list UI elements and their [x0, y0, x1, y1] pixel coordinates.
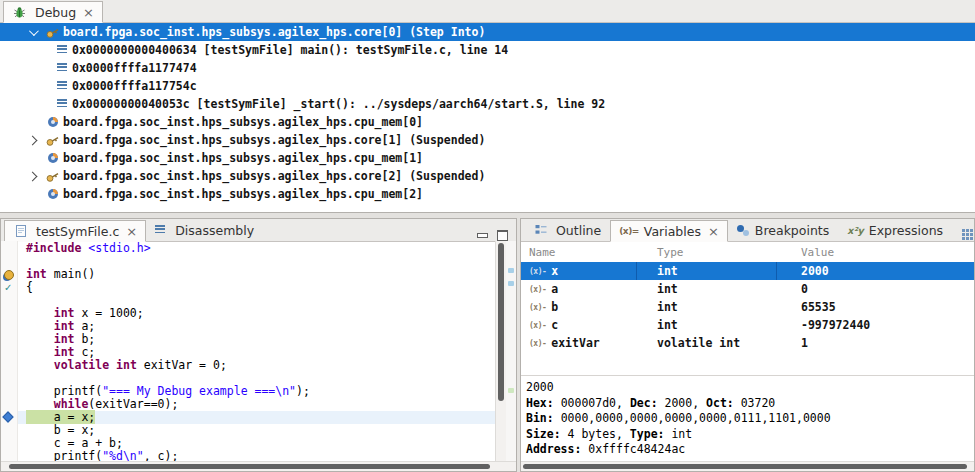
- source-code-area[interactable]: #include <stdio.h>int main(){ int x = 10…: [18, 241, 495, 461]
- code-line[interactable]: volatile int exitVar = 0;: [18, 359, 495, 372]
- tab-expressions[interactable]: x²y Expressions: [838, 219, 952, 241]
- breakpoint-icon[interactable]: [4, 270, 14, 280]
- debug-tree-item[interactable]: 0x0000ffffa1177474: [0, 59, 975, 77]
- column-header-type[interactable]: Type: [637, 246, 777, 259]
- variable-value[interactable]: 2000: [777, 262, 974, 280]
- debug-tree-item[interactable]: 0x0000000000400634 [testSymFile] main():…: [0, 41, 975, 59]
- maximize-icon[interactable]: [497, 230, 508, 241]
- editor-window-buttons: [477, 230, 516, 241]
- variable-value[interactable]: -997972440: [777, 316, 974, 334]
- variable-row[interactable]: (x)-aint0: [521, 280, 974, 298]
- close-icon[interactable]: ×: [708, 225, 719, 238]
- detail-line: Size: 4 bytes, Type: int: [526, 427, 974, 443]
- debug-tree-item-label: 0x0000ffffa1177474: [72, 61, 197, 75]
- chevron-right-icon[interactable]: [28, 171, 38, 181]
- variable-value[interactable]: 65535: [777, 298, 974, 316]
- check-marker-icon: ✓: [4, 283, 12, 293]
- code-line[interactable]: int main(): [18, 268, 495, 281]
- variable-name: x: [551, 264, 558, 278]
- close-icon[interactable]: ×: [126, 225, 137, 238]
- variables-tabbar: Outline (x)= Variables × Breakpoints x²y…: [521, 219, 974, 242]
- debug-view-tabbar: Debug ×: [0, 0, 975, 23]
- editor-annotation-ruler[interactable]: ✓: [1, 241, 18, 461]
- instruction-pointer-icon: [2, 411, 13, 422]
- debug-tree-item[interactable]: board.fpga.soc_inst.hps_subsys.agilex_hp…: [0, 167, 975, 185]
- variable-row[interactable]: (x)-exitVarvolatile int1: [521, 334, 974, 352]
- variables-view-panel: Outline (x)= Variables × Breakpoints x²y…: [520, 218, 975, 472]
- tab-variables[interactable]: (x)= Variables ×: [610, 220, 728, 242]
- variable-icon: (x)-: [529, 285, 546, 294]
- debug-tree-item-label: board.fpga.soc_inst.hps_subsys.agilex_hp…: [63, 133, 485, 147]
- tab-label: testSymFile.c: [36, 224, 119, 239]
- variables-horizontal-scrollbar[interactable]: [521, 461, 974, 471]
- disassembly-icon: [155, 225, 165, 235]
- variable-name: a: [551, 282, 558, 296]
- variable-name: b: [551, 300, 558, 314]
- editor-vertical-scrollbar[interactable]: [495, 241, 506, 461]
- editor-horizontal-scrollbar[interactable]: [1, 461, 516, 471]
- column-header-name[interactable]: Name: [521, 246, 637, 259]
- variable-detail-pane[interactable]: 2000Hex: 000007d0, Dec: 2000, Oct: 03720…: [521, 375, 974, 461]
- tab-label: Debug: [35, 5, 76, 20]
- variable-value[interactable]: 0: [777, 280, 974, 298]
- overview-annotation[interactable]: [508, 268, 514, 273]
- debug-tree-item[interactable]: board.fpga.soc_inst.hps_subsys.agilex_hp…: [0, 23, 975, 41]
- thread-icon: [45, 134, 60, 147]
- variable-row[interactable]: (x)-cint-997972440: [521, 316, 974, 334]
- code-line[interactable]: {: [18, 281, 495, 294]
- debug-tree-item-label: board.fpga.soc_inst.hps_subsys.agilex_hp…: [63, 151, 423, 165]
- scrollbar-thumb[interactable]: [9, 464, 490, 469]
- tab-debug[interactable]: Debug ×: [3, 1, 103, 23]
- stack-frame-icon: [57, 63, 67, 73]
- column-header-value[interactable]: Value: [777, 246, 974, 259]
- editor-overview-ruler[interactable]: [506, 241, 516, 461]
- c-file-icon: [13, 225, 28, 237]
- debug-tree-item[interactable]: board.fpga.soc_inst.hps_subsys.agilex_hp…: [0, 131, 975, 149]
- chevron-right-icon[interactable]: [28, 135, 38, 145]
- tab-label: Outline: [556, 223, 601, 238]
- scrollbar-thumb[interactable]: [523, 464, 967, 469]
- tab-outline[interactable]: Outline: [524, 219, 610, 241]
- variable-type: int: [637, 262, 777, 280]
- variables-table-header: Name Type Value: [521, 244, 974, 261]
- debug-tree-item[interactable]: board.fpga.soc_inst.hps_subsys.agilex_hp…: [0, 113, 975, 131]
- variable-value[interactable]: 1: [777, 334, 974, 352]
- minimize-icon[interactable]: [477, 233, 488, 238]
- detail-line: Hex: 000007d0, Dec: 2000, Oct: 03720: [526, 396, 974, 412]
- memory-icon: [45, 188, 60, 200]
- variable-name: c: [551, 318, 558, 332]
- tab-source-file[interactable]: testSymFile.c ×: [4, 220, 146, 242]
- tab-label: Variables: [644, 224, 701, 239]
- overview-annotation[interactable]: [508, 388, 514, 393]
- thread-icon: [45, 26, 60, 39]
- thread-icon: [45, 170, 60, 183]
- debug-tree-item[interactable]: board.fpga.soc_inst.hps_subsys.agilex_hp…: [0, 185, 975, 203]
- registers-icon: [962, 229, 965, 232]
- tab-breakpoints[interactable]: Breakpoints: [728, 219, 838, 241]
- code-line[interactable]: printf("%d\n", c);: [18, 450, 495, 461]
- variable-row[interactable]: (x)-xint2000: [521, 262, 974, 280]
- expressions-icon: x²y: [847, 225, 863, 236]
- tab-registers[interactable]: Registers: [952, 219, 975, 241]
- detail-line: Bin: 0000,0000,0000,0000,0000,0111,1101,…: [526, 411, 974, 427]
- tab-disassembly[interactable]: Disassembly: [146, 219, 263, 241]
- code-line[interactable]: #include <stdio.h>: [18, 242, 495, 255]
- debug-tree-item[interactable]: 0x0000ffffa117754c: [0, 77, 975, 95]
- editor-panel: testSymFile.c × Disassembly ✓ #include <…: [0, 218, 517, 472]
- chevron-down-icon[interactable]: [29, 26, 39, 36]
- detail-line: Address: 0xffffc48424ac: [526, 442, 974, 458]
- debug-tree-item-label: 0x0000ffffa117754c: [72, 79, 197, 93]
- variable-row[interactable]: (x)-bint65535: [521, 298, 974, 316]
- tab-label: Breakpoints: [755, 223, 829, 238]
- overview-annotation[interactable]: [508, 281, 514, 286]
- stack-frame-icon: [57, 81, 67, 91]
- eclipse-debug-perspective: Debug × board.fpga.soc_inst.hps_subsys.a…: [0, 0, 975, 472]
- close-icon[interactable]: ×: [83, 6, 94, 19]
- debug-tree-item-label: board.fpga.soc_inst.hps_subsys.agilex_hp…: [63, 169, 485, 183]
- scrollbar-thumb[interactable]: [498, 243, 504, 401]
- stack-frame-icon: [57, 99, 67, 109]
- variables-icon: (x)=: [619, 226, 639, 236]
- debug-tree-item[interactable]: board.fpga.soc_inst.hps_subsys.agilex_hp…: [0, 149, 975, 167]
- breakpoints-icon: [737, 224, 750, 236]
- debug-tree-item[interactable]: 0x00000000040053c [testSymFile] _start()…: [0, 95, 975, 113]
